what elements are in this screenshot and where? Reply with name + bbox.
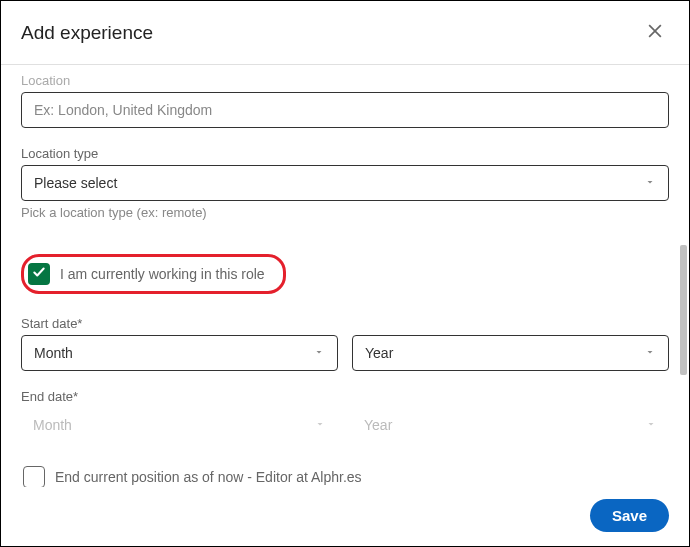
add-experience-modal: Add experience Location Location type Pl… bbox=[1, 1, 689, 546]
end-year-select: Year bbox=[352, 408, 669, 442]
end-current-position-row[interactable]: End current position as of now - Editor … bbox=[21, 460, 669, 487]
close-icon bbox=[645, 29, 665, 44]
close-button[interactable] bbox=[641, 17, 669, 48]
modal-footer: Save bbox=[1, 487, 689, 546]
chevron-down-icon bbox=[313, 345, 325, 361]
end-date-label: End date* bbox=[21, 389, 669, 404]
save-button[interactable]: Save bbox=[590, 499, 669, 532]
start-year-select[interactable]: Year bbox=[352, 335, 669, 371]
start-date-field-group: Start date* Month Year bbox=[21, 316, 669, 371]
location-type-selected: Please select bbox=[34, 175, 117, 191]
end-month-value: Month bbox=[33, 417, 72, 433]
chevron-down-icon bbox=[314, 417, 326, 433]
check-icon bbox=[32, 265, 46, 283]
end-year-value: Year bbox=[364, 417, 392, 433]
currently-working-label: I am currently working in this role bbox=[60, 266, 265, 282]
location-field-group: Location bbox=[21, 73, 669, 128]
location-input[interactable] bbox=[21, 92, 669, 128]
currently-working-checkbox[interactable] bbox=[28, 263, 50, 285]
chevron-down-icon bbox=[644, 175, 656, 191]
scrollbar-thumb[interactable] bbox=[680, 245, 687, 375]
end-current-position-checkbox[interactable] bbox=[23, 466, 45, 487]
start-month-value: Month bbox=[34, 345, 73, 361]
start-month-select[interactable]: Month bbox=[21, 335, 338, 371]
currently-working-row[interactable]: I am currently working in this role bbox=[21, 254, 286, 294]
start-year-value: Year bbox=[365, 345, 393, 361]
modal-title: Add experience bbox=[21, 22, 153, 44]
location-type-help: Pick a location type (ex: remote) bbox=[21, 205, 669, 220]
location-type-label: Location type bbox=[21, 146, 669, 161]
chevron-down-icon bbox=[645, 417, 657, 433]
chevron-down-icon bbox=[644, 345, 656, 361]
location-type-field-group: Location type Please select Pick a locat… bbox=[21, 146, 669, 220]
end-current-position-label: End current position as of now - Editor … bbox=[55, 469, 362, 485]
location-label: Location bbox=[21, 73, 669, 88]
end-month-select: Month bbox=[21, 408, 338, 442]
location-type-select[interactable]: Please select bbox=[21, 165, 669, 201]
start-date-label: Start date* bbox=[21, 316, 669, 331]
scrollbar-track bbox=[679, 65, 687, 487]
modal-header: Add experience bbox=[1, 1, 689, 65]
end-date-field-group: End date* Month Year bbox=[21, 389, 669, 442]
modal-body: Location Location type Please select Pic… bbox=[1, 65, 689, 487]
